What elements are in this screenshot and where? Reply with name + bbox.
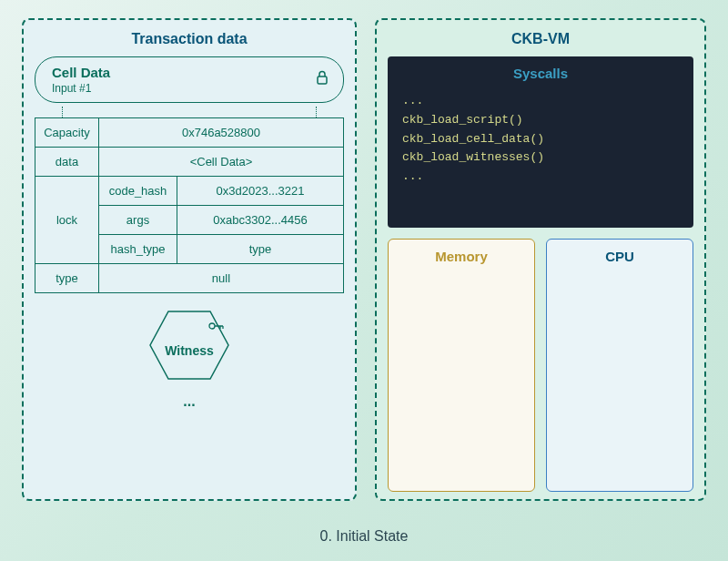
connector-dots (62, 107, 317, 117)
syscall-line: ckb_load_cell_data() (402, 130, 679, 149)
more-ellipsis: ... (183, 393, 195, 410)
type-value: null (99, 264, 344, 293)
syscall-line: ... (402, 92, 679, 111)
cpu-label: CPU (605, 249, 634, 264)
cell-data-title: Cell Data (52, 65, 327, 80)
cpu-box: CPU (546, 239, 693, 492)
cell-data-pill: Cell Data Input #1 (35, 56, 344, 103)
syscalls-title: Syscalls (402, 66, 679, 81)
capacity-label: Capacity (35, 118, 99, 148)
row-lock-code-hash: lock code_hash 0x3d2023...3221 (35, 177, 344, 206)
args-value: 0xabc3302...4456 (177, 206, 344, 235)
state-caption: 0. Initial State (0, 528, 728, 545)
syscalls-box: Syscalls ... ckb_load_script() ckb_load_… (388, 56, 693, 228)
row-type: type null (35, 264, 344, 293)
tx-title: Transaction data (35, 31, 344, 47)
lock-icon (316, 70, 329, 85)
lock-label: lock (35, 177, 99, 264)
ckb-vm-panel: CKB-VM Syscalls ... ckb_load_script() ck… (375, 18, 706, 501)
svg-rect-0 (318, 76, 327, 84)
witness-hexagon: Witness (148, 310, 230, 381)
code-hash-value: 0x3d2023...3221 (177, 177, 344, 206)
syscall-line: ckb_load_script() (402, 111, 679, 130)
syscall-line: ... (402, 168, 679, 187)
cell-table: Capacity 0x746a528800 data <Cell Data> l… (35, 117, 344, 293)
syscalls-code: ... ckb_load_script() ckb_load_cell_data… (402, 92, 679, 187)
args-label: args (99, 206, 177, 235)
row-data: data <Cell Data> (35, 148, 344, 177)
row-capacity: Capacity 0x746a528800 (35, 118, 344, 148)
syscall-line: ckb_load_witnesses() (402, 148, 679, 168)
witness-label: Witness (165, 343, 214, 358)
hash-type-label: hash_type (99, 235, 177, 264)
hash-type-value: type (177, 235, 344, 264)
memory-label: Memory (435, 249, 488, 264)
data-value: <Cell Data> (99, 148, 344, 177)
type-label: type (35, 264, 99, 293)
svg-point-2 (209, 323, 215, 329)
data-label: data (35, 148, 99, 177)
memory-box: Memory (388, 239, 535, 492)
capacity-value: 0x746a528800 (99, 118, 344, 148)
cell-data-subtitle: Input #1 (52, 82, 327, 95)
code-hash-label: code_hash (99, 177, 177, 206)
transaction-data-panel: Transaction data Cell Data Input #1 Capa… (22, 18, 357, 501)
vm-title: CKB-VM (388, 31, 693, 47)
